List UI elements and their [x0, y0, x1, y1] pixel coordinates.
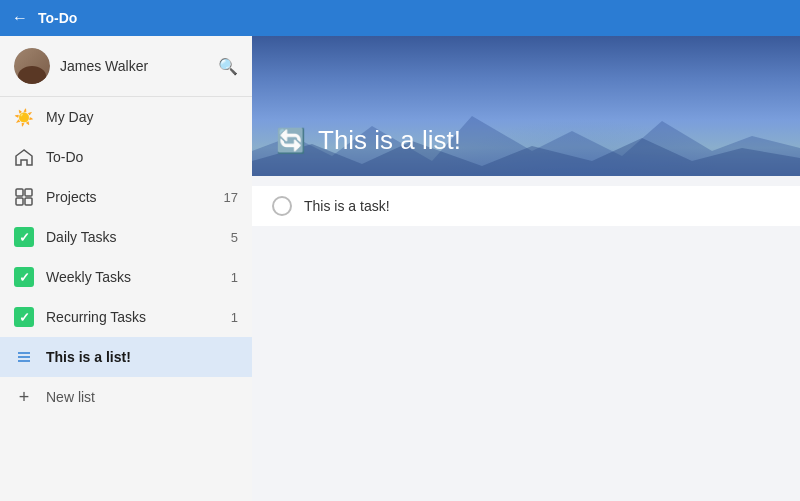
sidebar-item-daily-tasks[interactable]: Daily Tasks 5 — [0, 217, 252, 257]
sidebar-item-recurring-tasks[interactable]: Recurring Tasks 1 — [0, 297, 252, 337]
grid-icon — [14, 187, 34, 207]
sidebar-item-this-is-a-list[interactable]: This is a list! — [0, 337, 252, 377]
list-header-content: 🔄 This is a list! — [276, 125, 461, 156]
task-complete-circle[interactable] — [272, 196, 292, 216]
list-emoji: 🔄 — [276, 127, 306, 155]
recurring-tasks-badge: 1 — [231, 310, 238, 325]
check-icon — [14, 307, 34, 327]
new-list-label: New list — [46, 389, 95, 405]
list-title: This is a list! — [318, 125, 461, 156]
new-list-button[interactable]: + New list — [0, 377, 252, 417]
tasks-area: This is a task! — [252, 176, 800, 501]
weekly-tasks-badge: 1 — [231, 270, 238, 285]
back-button[interactable]: ← — [12, 9, 28, 27]
sidebar-item-label: Projects — [46, 189, 97, 205]
app-title: To-Do — [38, 10, 77, 26]
list-icon — [14, 347, 34, 367]
main-layout: James Walker 🔍 ☀️ My Day To-Do — [0, 36, 800, 501]
daily-tasks-badge: 5 — [231, 230, 238, 245]
svg-rect-3 — [25, 198, 32, 205]
sidebar-item-label: My Day — [46, 109, 93, 125]
content-area: 🔄 This is a list! This is a task! — [252, 36, 800, 501]
avatar — [14, 48, 50, 84]
check-icon — [14, 227, 34, 247]
svg-rect-1 — [25, 189, 32, 196]
titlebar: ← To-Do — [0, 0, 800, 36]
sidebar: James Walker 🔍 ☀️ My Day To-Do — [0, 36, 252, 501]
plus-icon: + — [14, 387, 34, 407]
svg-rect-0 — [16, 189, 23, 196]
search-icon[interactable]: 🔍 — [218, 57, 238, 76]
user-header[interactable]: James Walker 🔍 — [0, 36, 252, 97]
task-text: This is a task! — [304, 198, 390, 214]
sidebar-item-label: This is a list! — [46, 349, 131, 365]
task-item[interactable]: This is a task! — [252, 186, 800, 226]
sidebar-item-projects[interactable]: Projects 17 — [0, 177, 252, 217]
sidebar-item-label: Weekly Tasks — [46, 269, 131, 285]
projects-badge: 17 — [224, 190, 238, 205]
sidebar-item-to-do[interactable]: To-Do — [0, 137, 252, 177]
house-icon — [14, 147, 34, 167]
list-header: 🔄 This is a list! — [252, 36, 800, 176]
svg-rect-2 — [16, 198, 23, 205]
sidebar-item-label: Daily Tasks — [46, 229, 117, 245]
sidebar-item-weekly-tasks[interactable]: Weekly Tasks 1 — [0, 257, 252, 297]
sun-icon: ☀️ — [14, 107, 34, 127]
user-name: James Walker — [60, 58, 208, 74]
check-icon — [14, 267, 34, 287]
sidebar-item-label: Recurring Tasks — [46, 309, 146, 325]
sidebar-item-label: To-Do — [46, 149, 83, 165]
sidebar-item-my-day[interactable]: ☀️ My Day — [0, 97, 252, 137]
